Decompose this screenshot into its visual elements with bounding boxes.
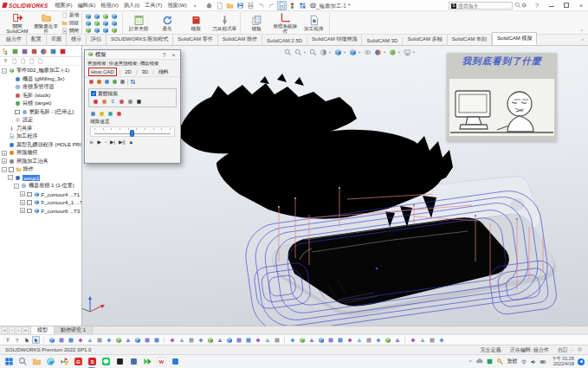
operation-cube-icon[interactable]	[94, 13, 102, 20]
tree-item[interactable]: 毛胚 (stock)	[0, 92, 81, 100]
tab-nav-arrow-0[interactable]: «	[2, 326, 8, 334]
tree-expander[interactable]: +	[20, 208, 25, 213]
command-tab-7[interactable]: SolidCAM 操作	[218, 34, 262, 45]
cam-op-icon[interactable]	[418, 336, 426, 344]
compare-icon[interactable]: C	[110, 99, 116, 105]
cam-op-icon[interactable]	[428, 336, 436, 344]
line-app-icon[interactable]	[100, 357, 111, 367]
cam-op-icon[interactable]	[346, 336, 353, 344]
edge-icon[interactable]	[45, 357, 55, 367]
tree-item[interactable]: +辨識加工治具	[0, 158, 81, 166]
wifi-icon[interactable]	[520, 358, 527, 365]
operation-cube-icon[interactable]	[85, 27, 94, 34]
view-orientation-icon[interactable]: ▼	[334, 48, 346, 56]
display-style-icon[interactable]: ▼	[349, 48, 361, 56]
operation-cube-icon[interactable]	[85, 13, 94, 20]
ime-indicator[interactable]: 繁體	[507, 358, 518, 365]
cam-op-icon[interactable]	[57, 336, 65, 344]
command-tab-12[interactable]: SolidCAM 車削	[448, 34, 492, 45]
w-app-icon[interactable]: W	[156, 357, 166, 367]
propertymanager-icon[interactable]	[11, 48, 19, 55]
stock-display-icon[interactable]	[119, 99, 125, 105]
tray-chevron-up-icon[interactable]: ^	[469, 359, 472, 365]
command-tab-8[interactable]: SolidCAM 2.5D	[262, 36, 307, 45]
command-tab-10[interactable]: SolidCAM 3D	[362, 36, 403, 45]
gouge-check-icon[interactable]	[127, 99, 133, 105]
tree-expander[interactable]: −	[2, 167, 7, 172]
solid-simulation-checkbox[interactable]: ✓	[91, 91, 96, 96]
ribbon-button-template[interactable]: 模板	[243, 15, 269, 32]
cam-op-icon[interactable]	[326, 336, 334, 344]
operation-cube-icon[interactable]	[94, 20, 102, 27]
hide-show-icon[interactable]	[364, 48, 372, 56]
hud-caret-icon[interactable]: ▼	[328, 50, 332, 55]
blue-app-icon[interactable]	[128, 357, 139, 367]
command-tab-5[interactable]: SOLIDWORKS 附加程式	[107, 34, 173, 45]
show-target-icon[interactable]	[112, 79, 118, 85]
operation-cube-icon[interactable]	[111, 20, 120, 27]
file-properties-icon[interactable]	[277, 1, 287, 10]
tree-item[interactable]: −setup1	[0, 174, 81, 183]
green-square-tray-icon[interactable]	[486, 358, 494, 365]
tab-nav-arrow-1[interactable]: ‹	[9, 326, 15, 334]
ribbon-button-recent-parts[interactable]: 瀏覽最近零件	[33, 12, 59, 35]
data-table-icon[interactable]	[130, 79, 136, 85]
command-tab-0[interactable]: 組合件	[2, 34, 27, 45]
close-button[interactable]: ×	[576, 3, 586, 9]
refresh-icon[interactable]	[107, 111, 113, 117]
go-to-start-button[interactable]: ▶	[90, 139, 94, 145]
command-tab-6[interactable]: SolidCAM 零件	[173, 34, 217, 45]
show-fixture-icon[interactable]	[120, 79, 126, 85]
command-tab-3[interactable]: 標示	[67, 34, 87, 45]
help-button[interactable]: ?	[532, 3, 542, 9]
play-button[interactable]: ▶	[97, 139, 100, 145]
tree-expander[interactable]: −	[8, 175, 13, 180]
sim-view-tab-3d[interactable]: 3D	[139, 68, 150, 75]
cam-op-icon[interactable]	[168, 336, 176, 344]
holder-display-icon[interactable]	[101, 99, 107, 105]
volume-icon[interactable]	[530, 358, 537, 365]
hud-caret-icon[interactable]: ▼	[343, 50, 346, 55]
cam-op-icon[interactable]	[273, 336, 281, 344]
step-forward-button[interactable]: ▶|	[110, 139, 115, 145]
show-tool-icon[interactable]	[88, 79, 94, 85]
simulation-dialog-titlebar[interactable]: 模擬 ? ×	[85, 50, 180, 60]
key-tray-icon[interactable]	[496, 358, 504, 365]
operation-cube-icon[interactable]	[102, 27, 111, 34]
hud-caret-icon[interactable]: ▼	[358, 50, 361, 55]
tree-expander[interactable]: −	[14, 184, 19, 189]
tool-display-icon[interactable]	[93, 99, 99, 105]
command-tab-2[interactable]: 草圖	[47, 34, 67, 45]
tree-expander[interactable]: +	[2, 158, 7, 164]
filter-icon[interactable]	[3, 336, 11, 344]
cam-op-icon[interactable]	[197, 336, 204, 344]
menu-item-2[interactable]: 檢視(V)	[98, 1, 121, 10]
tree-item[interactable]: +辨識幾何	[0, 149, 81, 158]
featuremanager-tree-icon[interactable]	[2, 48, 10, 55]
ribbon-stacked-button-0[interactable]: 新增	[61, 12, 79, 19]
green-arrows-app-icon[interactable]	[142, 357, 152, 367]
ribbon-button-tool-library[interactable]: 刀具程式庫	[211, 15, 237, 32]
cam-op-icon[interactable]	[187, 336, 195, 344]
settings-gear-icon[interactable]	[520, 2, 527, 10]
tree-expander[interactable]: +	[2, 151, 7, 156]
cam-op-icon[interactable]	[317, 336, 325, 344]
operation-cube-icon[interactable]	[102, 20, 111, 27]
onedrive-cloud-icon[interactable]	[475, 358, 483, 365]
display-pane-icon[interactable]	[29, 58, 35, 64]
tree-checkbox[interactable]	[9, 167, 14, 172]
operation-cube-icon[interactable]	[111, 27, 120, 34]
cam-op-icon[interactable]	[263, 336, 271, 344]
cam-op-icon[interactable]	[76, 336, 84, 344]
red-g-app-icon[interactable]: G	[73, 357, 83, 367]
paint-icon[interactable]	[116, 111, 122, 117]
chrome-icon[interactable]	[59, 357, 69, 367]
battery-icon[interactable]	[540, 358, 546, 365]
operation-cube-icon[interactable]	[85, 20, 94, 27]
configurationmanager-icon[interactable]	[21, 48, 29, 55]
pressed-select-icon[interactable]	[32, 336, 40, 344]
status-options-icon[interactable]	[577, 346, 583, 353]
tree-item[interactable]: +F_contour4 ...T1 (1)	[0, 190, 81, 199]
tree-checkbox[interactable]	[27, 209, 32, 214]
sim-view-tab-殘料[interactable]: 殘料	[157, 68, 171, 77]
